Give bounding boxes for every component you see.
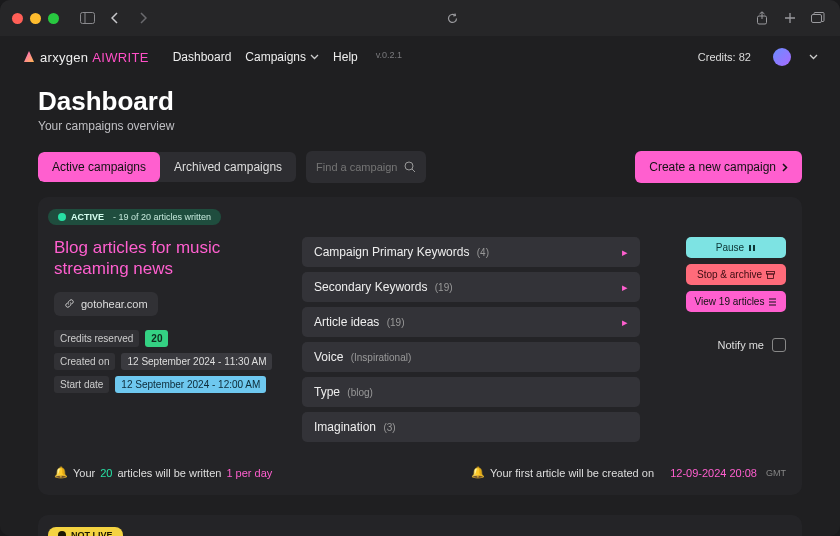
status-badge-active: ACTIVE - 19 of 20 articles written	[48, 209, 221, 225]
campaign-domain-link[interactable]: gotohear.com	[54, 292, 158, 316]
campaign-filter-segment: Active campaigns Archived campaigns	[38, 152, 296, 182]
campaign-title: Blog articles for music streaming news	[54, 237, 284, 280]
page-header: Dashboard Your campaigns overview	[16, 76, 824, 141]
count-text: (3)	[383, 422, 395, 433]
footer-schedule-info: 🔔 Your 20 articles will be written 1 per…	[54, 466, 272, 479]
share-icon[interactable]	[752, 8, 772, 28]
notify-label: Notify me	[718, 339, 764, 351]
notify-toggle[interactable]: Notify me	[718, 338, 786, 352]
tab-archived-campaigns[interactable]: Archived campaigns	[160, 152, 296, 182]
search-icon	[404, 161, 416, 173]
status-dot-icon	[58, 213, 66, 221]
nav-dashboard[interactable]: Dashboard	[173, 50, 232, 64]
accordion-article-ideas[interactable]: Article ideas (19)▸	[302, 307, 640, 337]
archive-icon	[766, 271, 775, 279]
accordion-primary-keywords[interactable]: Campaign Primary Keywords (4)▸	[302, 237, 640, 267]
svg-rect-7	[753, 245, 755, 251]
status-text: NOT LIVE	[71, 530, 113, 536]
sidebar-toggle-icon[interactable]	[77, 8, 97, 28]
chevron-right-icon: ▸	[622, 316, 628, 329]
credits-display: Credits: 82	[698, 51, 751, 63]
page-title: Dashboard	[38, 86, 802, 117]
app-window: arxygenAIWRITE Dashboard Campaigns Help …	[0, 0, 840, 536]
svg-line-5	[412, 169, 415, 172]
campaign-card: NOT LIVE Latest news on gear articles go…	[38, 515, 802, 536]
tab-active-campaigns[interactable]: Active campaigns	[38, 152, 160, 182]
close-window-button[interactable]	[12, 13, 23, 24]
svg-point-4	[405, 162, 413, 170]
status-dot-icon	[58, 531, 66, 536]
checkbox-icon[interactable]	[772, 338, 786, 352]
create-campaign-label: Create a new campaign	[649, 160, 776, 174]
nav-campaigns[interactable]: Campaigns	[245, 50, 319, 64]
accordion-imagination[interactable]: Imagination (3)	[302, 412, 640, 442]
brand-name-2: AIWRITE	[92, 50, 148, 65]
accordion-voice[interactable]: Voice (Inspirational)	[302, 342, 640, 372]
meta-label: Created on	[54, 353, 115, 370]
chevron-right-icon: ▸	[622, 246, 628, 259]
forward-button[interactable]	[133, 8, 153, 28]
status-summary: - 19 of 20 articles written	[113, 212, 211, 222]
footer-first-article-info: 🔔 Your first article will be created on …	[471, 466, 786, 479]
chevron-right-icon	[782, 163, 788, 172]
list-icon	[768, 298, 777, 306]
meta-label: Start date	[54, 376, 109, 393]
version-badge: v.0.2.1	[376, 50, 402, 64]
status-badge-not-live: NOT LIVE	[48, 527, 123, 536]
chevron-down-icon[interactable]	[809, 54, 818, 60]
meta-value: 12 September 2024 - 12:00 AM	[115, 376, 266, 393]
status-text: ACTIVE	[71, 212, 104, 222]
chevron-right-icon: ▸	[622, 281, 628, 294]
nav-campaigns-label: Campaigns	[245, 50, 306, 64]
svg-rect-0	[80, 13, 94, 24]
meta-label: Credits reserved	[54, 330, 139, 347]
avatar[interactable]	[773, 48, 791, 66]
count-text: (19)	[435, 282, 453, 293]
campaign-card: ACTIVE - 19 of 20 articles written Blog …	[38, 197, 802, 495]
bell-icon: 🔔	[471, 466, 485, 479]
stop-archive-button[interactable]: Stop & archive	[686, 264, 786, 285]
titlebar	[0, 0, 840, 36]
back-button[interactable]	[105, 8, 125, 28]
search-box[interactable]	[306, 151, 426, 183]
accordion-secondary-keywords[interactable]: Secondary Keywords (19)▸	[302, 272, 640, 302]
accordion-type[interactable]: Type (blog)	[302, 377, 640, 407]
bell-icon: 🔔	[54, 466, 68, 479]
meta-value: 20	[145, 330, 168, 347]
search-input[interactable]	[316, 161, 404, 173]
svg-rect-9	[768, 274, 774, 279]
campaign-domain-text: gotohear.com	[81, 298, 148, 310]
page-subtitle: Your campaigns overview	[38, 119, 802, 133]
top-nav: arxygenAIWRITE Dashboard Campaigns Help …	[0, 36, 840, 76]
create-campaign-button[interactable]: Create a new campaign	[635, 151, 802, 183]
pause-button[interactable]: Pause	[686, 237, 786, 258]
svg-rect-6	[749, 245, 751, 251]
count-text: (Inspirational)	[351, 352, 412, 363]
window-controls	[12, 13, 59, 24]
chevron-down-icon	[310, 54, 319, 60]
tabs-overview-icon[interactable]	[808, 8, 828, 28]
pause-icon	[748, 244, 756, 252]
nav-links: Dashboard Campaigns Help v.0.2.1	[173, 50, 402, 64]
new-tab-icon[interactable]	[780, 8, 800, 28]
nav-help[interactable]: Help	[333, 50, 358, 64]
logo[interactable]: arxygenAIWRITE	[22, 50, 149, 65]
svg-rect-3	[812, 15, 822, 23]
meta-value: 12 September 2024 - 11:30 AM	[121, 353, 272, 370]
count-text: (19)	[387, 317, 405, 328]
minimize-window-button[interactable]	[30, 13, 41, 24]
logo-icon	[22, 50, 36, 64]
maximize-window-button[interactable]	[48, 13, 59, 24]
count-text: (4)	[477, 247, 489, 258]
link-icon	[64, 298, 75, 309]
view-articles-button[interactable]: View 19 articles	[686, 291, 786, 312]
toolbar: Active campaigns Archived campaigns Crea…	[16, 141, 824, 197]
refresh-icon[interactable]	[443, 8, 463, 28]
page-content: Dashboard Your campaigns overview Active…	[0, 76, 840, 536]
brand-name-1: arxygen	[40, 50, 88, 65]
count-text: (blog)	[347, 387, 373, 398]
